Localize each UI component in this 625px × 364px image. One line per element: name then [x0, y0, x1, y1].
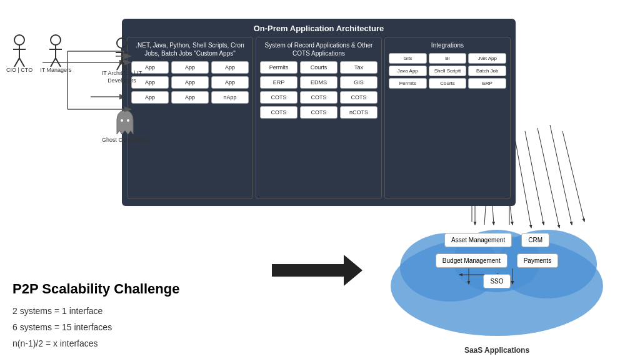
onprem-title: On-Prem Application Architecture [127, 24, 511, 33]
custom-apps-title: .NET, Java, Python, Shell Scripts, Cron … [131, 41, 249, 57]
cio-figure [11, 34, 28, 67]
arrow-head [344, 255, 362, 286]
arrow-body [272, 264, 344, 277]
p2p-title: P2P Scalability Challenge [12, 281, 179, 297]
itmanagers-actor: IT Managers [40, 34, 71, 73]
cloud-row-3: SSO [483, 274, 510, 288]
main-container: On-Prem Application Architecture .NET, J… [0, 0, 625, 364]
architects-actor: IT Architects | IT Developers [97, 37, 147, 84]
courts-box: Courts [300, 61, 338, 74]
javaapp-integ: Java App [389, 66, 427, 76]
netapp-integ: .Net App [468, 53, 506, 64]
architects-label: IT Architects | IT Developers [97, 70, 147, 84]
payments-node: Payments [517, 253, 558, 268]
ghost-actor: Ghost Consultants [102, 109, 148, 143]
batchjob-integ: Batch Job [468, 66, 506, 76]
svg-point-20 [51, 35, 61, 45]
svg-line-23 [51, 58, 56, 67]
cloud-row-2: Budget Management Payments [436, 253, 558, 268]
cots-box-4: COTS [260, 106, 298, 119]
saas-label: SaaS Applications [464, 346, 529, 355]
gis-integ: GIS [389, 53, 427, 64]
integrations-title: Integrations [389, 41, 506, 49]
p2p-item-3: n(n-1)/2 = x interfaces [12, 338, 179, 348]
svg-point-25 [117, 38, 127, 48]
onprem-inner: .NET, Java, Python, Shell Scripts, Cron … [127, 37, 511, 199]
cio-label: CIO | CTO [6, 67, 32, 73]
sor-title: System of Record Applications & Other CO… [260, 41, 378, 57]
big-arrow [272, 255, 362, 286]
svg-line-29 [122, 61, 127, 70]
courts-integ: Courts [429, 78, 467, 89]
svg-point-31 [127, 119, 129, 122]
cots-box-5: COTS [300, 106, 338, 119]
cots-box-3: COTS [340, 91, 378, 104]
asset-mgmt-node: Asset Management [444, 233, 512, 247]
budget-mgmt-node: Budget Management [436, 253, 508, 268]
svg-point-30 [121, 119, 123, 122]
edms-box: EDMS [300, 76, 338, 89]
erp-integ: ERP [468, 78, 506, 89]
p2p-item-2: 6 systems = 15 interfaces [12, 322, 179, 332]
ghost-label: Ghost Consultants [102, 137, 148, 143]
saas-area: Asset Management CRM Budget Management P… [381, 211, 612, 355]
app-box: App [171, 91, 209, 104]
app-box: App [211, 76, 249, 89]
svg-point-15 [14, 35, 24, 45]
svg-line-18 [14, 58, 19, 67]
sor-grid: Permits Courts Tax ERP EDMS GIS COTS COT… [260, 61, 378, 119]
cots-box-2: COTS [300, 91, 338, 104]
app-box: App [131, 91, 169, 104]
p2p-section: P2P Scalability Challenge 2 systems = 1 … [12, 281, 179, 348]
cloud-row-1: Asset Management CRM [444, 233, 549, 247]
gis-box: GIS [340, 76, 378, 89]
cio-itmanagers-group: CIO | CTO IT Managers [6, 34, 72, 73]
cots-box-1: COTS [260, 91, 298, 104]
sor-section: System of Record Applications & Other CO… [256, 37, 382, 199]
ghost-figure [114, 109, 136, 137]
app-box-n: nApp [211, 91, 249, 104]
p2p-item-1: 2 systems = 1 interface [12, 306, 179, 316]
itmanagers-label: IT Managers [40, 67, 71, 73]
bi-integ: BI [429, 53, 467, 64]
onprem-box: On-Prem Application Architecture .NET, J… [122, 19, 516, 206]
architects-figure [113, 37, 131, 70]
svg-line-28 [117, 61, 122, 70]
integrations-grid: GIS BI .Net App Java App Shell Scriptt B… [389, 53, 506, 89]
itmanagers-figure [47, 34, 64, 67]
permits-integ: Permits [389, 78, 427, 89]
crm-node: CRM [521, 233, 549, 247]
integrations-section: Integrations GIS BI .Net App Java App Sh… [384, 37, 511, 199]
svg-line-19 [19, 58, 24, 67]
custom-apps-grid: App App App App App App App App nApp [131, 61, 249, 104]
sso-node: SSO [483, 274, 510, 288]
app-box: App [171, 76, 209, 89]
tax-box: Tax [340, 61, 378, 74]
cio-actor: CIO | CTO [6, 34, 32, 73]
app-box: App [211, 61, 249, 74]
ncots-box: nCOTS [340, 106, 378, 119]
cloud-nodes: Asset Management CRM Budget Management P… [419, 233, 575, 288]
shell-integ: Shell Scriptt [429, 66, 467, 76]
svg-line-24 [56, 58, 61, 67]
permits-box: Permits [260, 61, 298, 74]
erp-box: ERP [260, 76, 298, 89]
app-box: App [171, 61, 209, 74]
